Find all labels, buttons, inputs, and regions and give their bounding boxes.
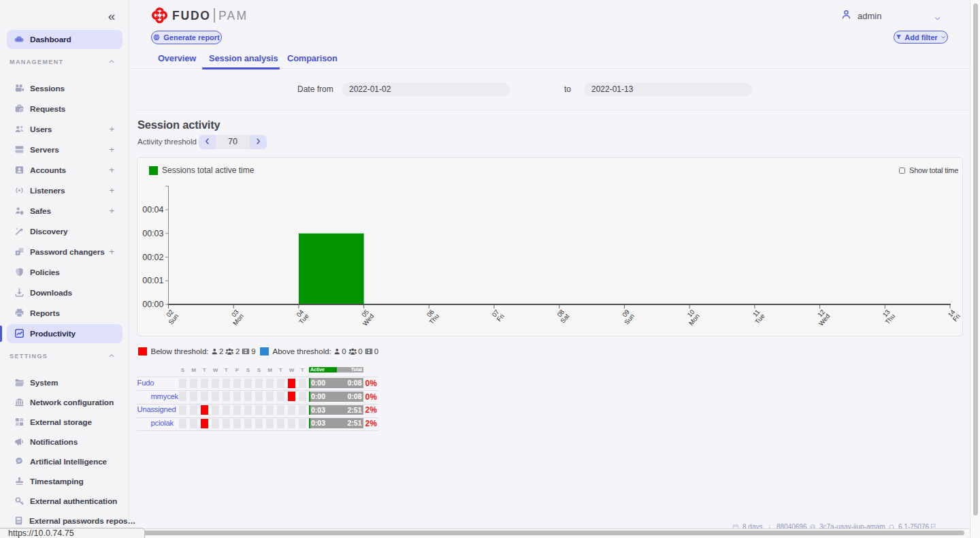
sidebar-item-accounts[interactable]: Accounts+	[7, 161, 122, 180]
date-from-input[interactable]: 2022-01-02	[342, 82, 510, 97]
sidebar-item-policies[interactable]: Policies	[7, 263, 122, 282]
day-cell[interactable]	[277, 379, 284, 388]
day-cell[interactable]	[266, 419, 274, 428]
threshold-increase-button[interactable]	[250, 135, 267, 149]
day-cell[interactable]	[223, 392, 230, 401]
below-threshold-groups-count: 2	[235, 347, 240, 355]
expand-plus-icon[interactable]: +	[109, 185, 114, 195]
day-cell[interactable]	[201, 392, 208, 401]
sidebar-item-system[interactable]: System	[7, 373, 122, 392]
day-cell[interactable]	[299, 419, 306, 428]
sidebar-item-safes[interactable]: Safes+	[7, 202, 122, 221]
sidebar-item-artificial-intelligence[interactable]: Artificial Intelligence	[7, 452, 122, 471]
sidebar-section-settings[interactable]: SETTINGS	[10, 353, 120, 360]
day-cell[interactable]	[223, 379, 230, 388]
day-cell[interactable]	[244, 405, 252, 415]
day-cell[interactable]	[299, 392, 306, 401]
day-cell[interactable]	[244, 419, 252, 428]
day-cell[interactable]	[266, 379, 274, 388]
day-cell[interactable]	[190, 405, 197, 415]
day-cell[interactable]	[299, 379, 306, 388]
day-cell[interactable]	[201, 379, 208, 388]
day-cell[interactable]	[190, 392, 197, 401]
day-cell[interactable]	[277, 419, 284, 428]
page-title: Session activity	[137, 118, 220, 131]
day-cell[interactable]	[233, 392, 241, 401]
sidebar-collapse-button[interactable]: «	[103, 9, 120, 24]
day-cell[interactable]	[179, 419, 186, 428]
sidebar-item-password-changers[interactable]: Password changers+	[7, 242, 122, 262]
day-cell[interactable]	[288, 405, 295, 415]
expand-plus-icon[interactable]: +	[109, 144, 114, 155]
expand-plus-icon[interactable]: +	[109, 247, 114, 257]
tab-comparison[interactable]: Comparison	[287, 53, 338, 63]
day-cell[interactable]	[233, 405, 241, 415]
date-to-input[interactable]: 2022-01-13	[584, 82, 752, 97]
day-cell[interactable]	[277, 392, 284, 401]
day-cell[interactable]	[233, 379, 241, 388]
user-menu-chevron-icon[interactable]	[934, 13, 941, 25]
sidebar-item-users[interactable]: Users+	[7, 120, 122, 139]
day-cell[interactable]	[212, 405, 219, 415]
expand-plus-icon[interactable]: +	[109, 165, 114, 175]
sidebar-item-downloads[interactable]: Downloads	[7, 283, 122, 302]
day-cell[interactable]	[299, 405, 306, 415]
table-row-name-mmycek[interactable]: mmycek	[151, 392, 178, 400]
generate-report-button[interactable]: Generate report	[151, 31, 222, 44]
day-cell[interactable]	[212, 379, 219, 388]
day-cell[interactable]	[255, 419, 263, 428]
sidebar-item-servers[interactable]: Servers+	[7, 140, 122, 159]
day-cell[interactable]	[179, 405, 186, 415]
day-cell-below-threshold[interactable]	[288, 379, 295, 388]
sidebar-section-management[interactable]: MANAGEMENT	[10, 59, 120, 65]
tab-overview[interactable]: Overview	[158, 53, 196, 63]
day-cell-below-threshold[interactable]	[201, 419, 208, 428]
day-cell[interactable]	[255, 392, 263, 401]
sidebar-item-requests[interactable]: Requests	[7, 99, 122, 118]
day-cell[interactable]	[179, 379, 186, 388]
day-cell[interactable]	[255, 405, 263, 415]
day-cell[interactable]	[244, 379, 252, 388]
expand-plus-icon[interactable]: +	[109, 124, 114, 134]
add-filter-button[interactable]: Add filter	[894, 31, 948, 44]
sidebar-item-timestamping[interactable]: Timestamping	[7, 472, 122, 491]
day-cell[interactable]	[277, 405, 284, 415]
table-row-name-fudo[interactable]: Fudo	[137, 379, 154, 387]
horizontal-scrollbar-thumb[interactable]	[5, 531, 964, 536]
user-menu[interactable]: admin	[841, 10, 881, 22]
table-row-name-pciolak[interactable]: pciolak	[151, 419, 174, 427]
fudo-logo[interactable]	[151, 7, 168, 27]
day-cell[interactable]	[190, 379, 197, 388]
sidebar-item-external-authentication[interactable]: External authentication	[7, 492, 122, 511]
day-cell[interactable]	[244, 392, 252, 401]
day-cell[interactable]	[266, 392, 274, 401]
table-row-name-unassigned[interactable]: Unassigned	[137, 405, 176, 413]
expand-plus-icon[interactable]: +	[109, 206, 114, 216]
sidebar-item-listeners[interactable]: Listeners+	[7, 181, 122, 200]
sidebar-item-external-storage[interactable]: External storage	[7, 413, 122, 432]
sidebar-item-network-configuration[interactable]: Network configuration	[7, 393, 122, 412]
day-cell[interactable]	[212, 392, 219, 401]
sidebar-item-sessions[interactable]: Sessions	[7, 79, 122, 98]
day-cell[interactable]	[212, 419, 219, 428]
sidebar-item-reports[interactable]: Reports	[7, 304, 122, 323]
day-cell-below-threshold[interactable]	[288, 392, 295, 401]
day-letter-header: M	[190, 367, 198, 373]
day-cell[interactable]	[223, 405, 230, 415]
sidebar-item-discovery[interactable]: Discovery	[7, 222, 122, 241]
vertical-scrollbar-thumb[interactable]	[973, 3, 979, 516]
day-cell-below-threshold[interactable]	[201, 405, 208, 415]
threshold-decrease-button[interactable]	[199, 135, 216, 149]
day-cell[interactable]	[179, 392, 186, 401]
day-cell[interactable]	[190, 419, 197, 428]
tab-session-analysis[interactable]: Session analysis	[209, 53, 278, 63]
sidebar-item-dashboard[interactable]: Dashboard	[7, 30, 122, 49]
sidebar-item-notifications[interactable]: Notifications	[7, 432, 122, 452]
day-cell[interactable]	[223, 419, 230, 428]
day-cell[interactable]	[255, 379, 263, 388]
status-url: https://10.0.74.75	[8, 528, 74, 538]
day-cell[interactable]	[266, 405, 274, 415]
sidebar-item-productivity[interactable]: Productivity	[7, 324, 122, 343]
day-cell[interactable]	[288, 419, 295, 428]
day-cell[interactable]	[233, 419, 241, 428]
